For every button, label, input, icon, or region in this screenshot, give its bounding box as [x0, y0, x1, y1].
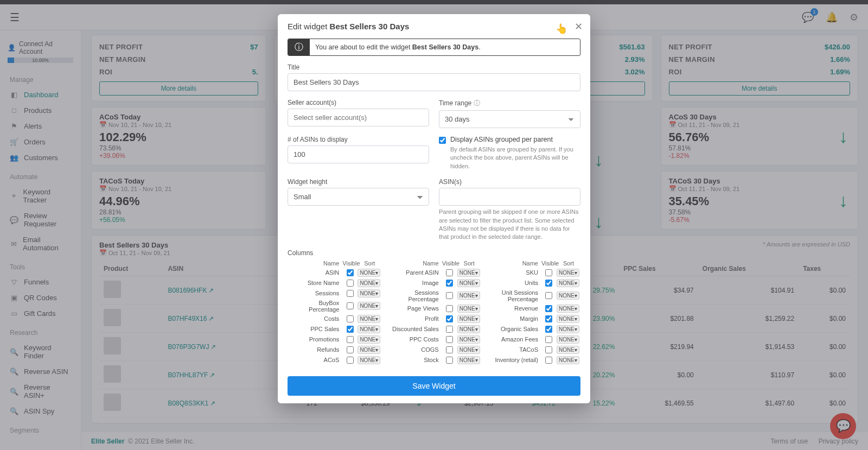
column-name: Promotions [288, 336, 342, 343]
column-sort-select[interactable]: NONE▾ [358, 335, 380, 344]
column-visible-checkbox[interactable] [545, 280, 552, 287]
column-visible-checkbox[interactable] [347, 346, 354, 353]
column-sort-select[interactable]: NONE▾ [457, 279, 480, 287]
column-visible-checkbox[interactable] [545, 269, 552, 276]
column-visible-checkbox[interactable] [446, 315, 453, 322]
column-name: Page Views [387, 305, 442, 312]
seller-input[interactable] [288, 109, 429, 126]
column-sort-select[interactable]: NONE▾ [358, 302, 380, 310]
column-sort-select[interactable]: NONE▾ [557, 305, 579, 313]
time-range-label: Time range ⓘ [439, 99, 580, 108]
columns-label: Columns [288, 249, 580, 257]
save-widget-button[interactable]: Save Widget [288, 376, 580, 396]
column-sort-select[interactable]: NONE▾ [557, 335, 579, 344]
column-visible-checkbox[interactable] [347, 315, 354, 322]
column-name: Costs [288, 315, 342, 322]
column-name: SKU [487, 269, 541, 276]
column-sort-select[interactable]: NONE▾ [457, 335, 480, 344]
widget-height-label: Widget height [288, 178, 429, 186]
asins-count-label: # of ASINs to display [288, 136, 429, 143]
column-name: Stock [387, 357, 442, 363]
column-name: COGS [387, 346, 442, 353]
column-sort-select[interactable]: NONE▾ [457, 291, 480, 300]
column-visible-checkbox[interactable] [347, 357, 354, 364]
display-group-checkbox[interactable] [439, 136, 446, 144]
column-visible-checkbox[interactable] [347, 326, 354, 333]
column-name: Amazon Fees [487, 336, 541, 343]
modal-title-prefix: Edit widget [288, 22, 330, 31]
info-icon[interactable]: ⓘ [474, 99, 480, 107]
column-sort-select[interactable]: NONE▾ [557, 346, 579, 354]
seller-label: Seller account(s) [288, 99, 429, 106]
column-sort-select[interactable]: NONE▾ [358, 289, 380, 297]
column-name: Inventory (retail) [487, 357, 541, 363]
column-sort-select[interactable]: NONE▾ [557, 356, 579, 364]
column-name: Refunds [288, 346, 342, 353]
column-sort-select[interactable]: NONE▾ [358, 356, 380, 364]
column-visible-checkbox[interactable] [545, 336, 552, 343]
column-visible-checkbox[interactable] [545, 292, 552, 299]
column-name: Revenue [487, 305, 541, 312]
column-visible-checkbox[interactable] [446, 326, 453, 333]
column-name: Sessions Percentage [387, 289, 442, 302]
column-visible-checkbox[interactable] [446, 357, 453, 364]
column-visible-checkbox[interactable] [545, 315, 552, 322]
column-visible-checkbox[interactable] [446, 336, 453, 343]
column-visible-checkbox[interactable] [545, 305, 552, 312]
column-sort-select[interactable]: NONE▾ [457, 269, 480, 277]
column-name: BuyBox Percentage [288, 300, 342, 313]
column-visible-checkbox[interactable] [545, 326, 552, 333]
asin-input[interactable] [439, 188, 580, 206]
column-visible-checkbox[interactable] [347, 336, 354, 343]
column-visible-checkbox[interactable] [347, 280, 354, 287]
column-visible-checkbox[interactable] [347, 290, 354, 297]
column-sort-select[interactable]: NONE▾ [557, 315, 579, 323]
asin-label: ASIN(s) [439, 178, 580, 186]
column-sort-select[interactable]: NONE▾ [557, 325, 579, 333]
column-visible-checkbox[interactable] [545, 357, 552, 364]
title-label: Title [288, 64, 580, 71]
column-name: Organic Sales [487, 326, 541, 332]
time-range-select[interactable]: 30 days [439, 110, 580, 128]
column-sort-select[interactable]: NONE▾ [358, 325, 380, 333]
column-visible-checkbox[interactable] [446, 280, 453, 287]
column-name: Profit [387, 315, 442, 322]
column-name: TACoS [487, 346, 541, 353]
column-visible-checkbox[interactable] [446, 305, 453, 312]
column-name: Image [387, 280, 442, 286]
column-sort-select[interactable]: NONE▾ [457, 325, 480, 333]
column-sort-select[interactable]: NONE▾ [557, 279, 579, 287]
column-name: Sessions [288, 290, 342, 296]
column-visible-checkbox[interactable] [545, 346, 552, 353]
column-name: Margin [487, 315, 541, 322]
column-sort-select[interactable]: NONE▾ [457, 356, 480, 364]
display-group-label: Display ASINs grouped per parent [450, 136, 580, 143]
column-name: Units [487, 280, 541, 286]
column-name: PPC Costs [387, 336, 442, 343]
column-name: Unit Sessions Percentage [487, 289, 541, 302]
info-icon: ⓘ [295, 42, 303, 53]
column-sort-select[interactable]: NONE▾ [358, 346, 380, 354]
column-visible-checkbox[interactable] [347, 269, 354, 276]
column-sort-select[interactable]: NONE▾ [457, 305, 480, 313]
asins-count-input[interactable] [288, 145, 429, 163]
asin-help: Parent grouping will be skipped if one o… [439, 208, 580, 242]
display-group-help: By default ASINs are grouped by parent. … [450, 145, 580, 170]
column-sort-select[interactable]: NONE▾ [557, 291, 579, 300]
column-name: ACoS [288, 357, 342, 363]
column-sort-select[interactable]: NONE▾ [457, 315, 480, 323]
widget-height-select[interactable]: Small [288, 188, 429, 206]
column-sort-select[interactable]: NONE▾ [358, 269, 380, 277]
column-sort-select[interactable]: NONE▾ [557, 269, 579, 277]
column-sort-select[interactable]: NONE▾ [457, 346, 480, 354]
column-visible-checkbox[interactable] [446, 292, 453, 299]
column-visible-checkbox[interactable] [446, 346, 453, 353]
info-bar: ⓘ You are about to edit the widget Best … [288, 39, 580, 56]
column-sort-select[interactable]: NONE▾ [358, 279, 380, 287]
column-visible-checkbox[interactable] [347, 302, 354, 309]
close-icon[interactable]: ✕ [575, 21, 583, 33]
column-visible-checkbox[interactable] [446, 269, 453, 276]
column-sort-select[interactable]: NONE▾ [358, 315, 380, 323]
column-name: PPC Sales [288, 326, 342, 332]
title-input[interactable] [288, 73, 580, 91]
